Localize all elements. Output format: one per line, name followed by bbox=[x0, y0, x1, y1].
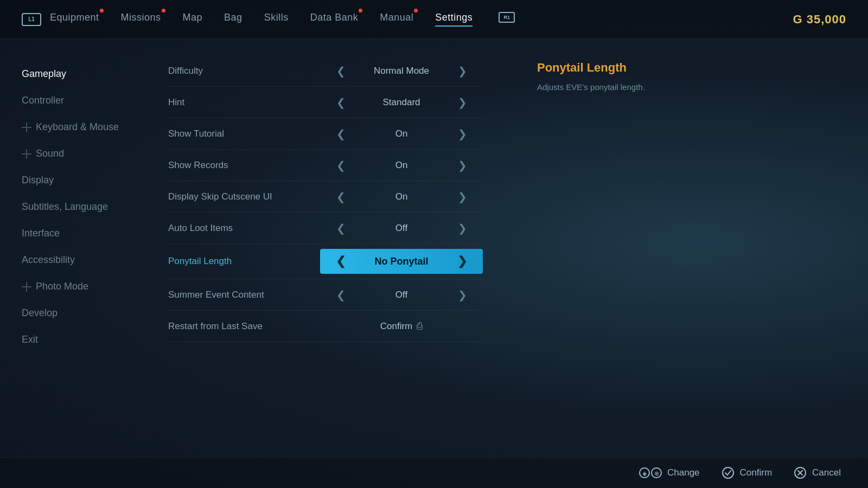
sidebar-item-gameplay[interactable]: Gameplay bbox=[0, 61, 146, 87]
sidebar: Gameplay Controller Keyboard & Mouse Sou… bbox=[0, 50, 146, 446]
setting-row-hint: Hint ❮ Standard ❯ bbox=[168, 87, 483, 118]
next-button-tutorial[interactable]: ❯ bbox=[456, 127, 469, 140]
next-button-ponytail[interactable]: ❯ bbox=[456, 254, 469, 268]
l1-button[interactable]: L1 bbox=[22, 13, 41, 26]
setting-row-tutorial: Show Tutorial ❮ On ❯ bbox=[168, 118, 483, 150]
sidebar-item-keyboard[interactable]: Keyboard & Mouse bbox=[0, 114, 146, 140]
setting-label-autoloot: Auto Loot Items bbox=[168, 223, 320, 234]
prev-button-difficulty[interactable]: ❮ bbox=[334, 65, 347, 78]
setting-label-hint: Hint bbox=[168, 97, 320, 108]
setting-value-records: On bbox=[358, 160, 445, 171]
setting-control-ponytail[interactable]: ❮ No Ponytail ❯ bbox=[320, 249, 483, 274]
r1-button[interactable]: R1 bbox=[499, 12, 515, 23]
sidebar-label-gameplay: Gameplay bbox=[22, 68, 66, 80]
setting-label-records: Show Records bbox=[168, 160, 320, 171]
sidebar-item-interface[interactable]: Interface bbox=[0, 220, 146, 247]
page-wrapper: L1 Equipment Missions Map Bag Skills Dat… bbox=[0, 0, 868, 488]
confirm-restart-label: Confirm bbox=[380, 321, 413, 332]
setting-row-restart: Restart from Last Save Confirm ⎙ bbox=[168, 311, 483, 342]
sidebar-label-exit: Exit bbox=[22, 334, 38, 345]
svg-line-6 bbox=[727, 471, 731, 475]
setting-value-summer: Off bbox=[358, 290, 445, 300]
nav-item-bag[interactable]: Bag bbox=[224, 12, 242, 27]
setting-row-cutscene: Display Skip Cutscene UI ❮ On ❯ bbox=[168, 181, 483, 213]
restart-icon: ⎙ bbox=[417, 320, 423, 332]
info-panel: Ponytail Length Adjusts EVE's ponytail l… bbox=[515, 50, 700, 446]
action-change[interactable]: ◈ ⊕ Change bbox=[639, 466, 700, 479]
prev-button-records[interactable]: ❮ bbox=[334, 159, 347, 172]
next-button-records[interactable]: ❯ bbox=[456, 159, 469, 172]
nav-item-settings[interactable]: Settings bbox=[435, 12, 473, 27]
setting-control-autoloot: ❮ Off ❯ bbox=[320, 222, 483, 235]
notification-dot bbox=[100, 9, 104, 12]
cross-icon bbox=[22, 282, 31, 292]
top-nav: L1 Equipment Missions Map Bag Skills Dat… bbox=[0, 0, 868, 39]
sidebar-item-exit[interactable]: Exit bbox=[0, 326, 146, 353]
currency-display: G 35,000 bbox=[793, 12, 846, 27]
next-button-summer[interactable]: ❯ bbox=[456, 288, 469, 301]
setting-control-summer: ❮ Off ❯ bbox=[320, 288, 483, 301]
notification-dot bbox=[359, 9, 362, 12]
info-description: Adjusts EVE's ponytail length. bbox=[537, 81, 678, 94]
sidebar-item-controller[interactable]: Controller bbox=[0, 87, 146, 114]
cross-icon bbox=[22, 123, 31, 132]
setting-label-difficulty: Difficulty bbox=[168, 66, 320, 76]
setting-label-tutorial: Show Tutorial bbox=[168, 129, 320, 139]
prev-button-autoloot[interactable]: ❮ bbox=[334, 222, 347, 235]
sidebar-item-develop[interactable]: Develop bbox=[0, 300, 146, 326]
sidebar-item-accessibility[interactable]: Accessibility bbox=[0, 247, 146, 273]
sidebar-item-sound[interactable]: Sound bbox=[0, 140, 146, 167]
action-confirm-label: Confirm bbox=[740, 467, 773, 478]
action-confirm[interactable]: Confirm bbox=[722, 466, 773, 479]
prev-button-summer[interactable]: ❮ bbox=[334, 288, 347, 301]
cancel-icon bbox=[794, 466, 807, 479]
svg-text:⊕: ⊕ bbox=[654, 470, 659, 477]
sidebar-label-interface: Interface bbox=[22, 228, 60, 239]
sidebar-label-keyboard: Keyboard & Mouse bbox=[36, 121, 119, 133]
nav-item-databank[interactable]: Data Bank bbox=[310, 12, 359, 27]
prev-button-cutscene[interactable]: ❮ bbox=[334, 190, 347, 203]
setting-row-difficulty: Difficulty ❮ Normal Mode ❯ bbox=[168, 55, 483, 87]
setting-control-restart: Confirm ⎙ bbox=[320, 320, 483, 332]
action-cancel[interactable]: Cancel bbox=[794, 466, 841, 479]
info-title: Ponytail Length bbox=[537, 61, 678, 75]
sidebar-item-subtitles[interactable]: Subtitles, Language bbox=[0, 194, 146, 220]
svg-point-4 bbox=[723, 467, 733, 478]
next-button-hint[interactable]: ❯ bbox=[456, 96, 469, 109]
cross-icon bbox=[22, 149, 31, 159]
setting-value-tutorial: On bbox=[358, 129, 445, 139]
sidebar-item-photo[interactable]: Photo Mode bbox=[0, 273, 146, 300]
bottom-bar: ◈ ⊕ Change Confirm Cancel bbox=[0, 457, 868, 488]
sidebar-item-display[interactable]: Display bbox=[0, 167, 146, 194]
next-button-cutscene[interactable]: ❯ bbox=[456, 190, 469, 203]
prev-button-ponytail[interactable]: ❮ bbox=[334, 254, 347, 268]
next-button-difficulty[interactable]: ❯ bbox=[456, 65, 469, 78]
action-cancel-label: Cancel bbox=[812, 467, 841, 478]
setting-value-cutscene: On bbox=[358, 191, 445, 202]
sidebar-label-photo: Photo Mode bbox=[36, 281, 88, 292]
change-icon: ◈ ⊕ bbox=[639, 466, 662, 479]
setting-row-autoloot: Auto Loot Items ❮ Off ❯ bbox=[168, 213, 483, 244]
setting-value-autoloot: Off bbox=[358, 223, 445, 234]
nav-item-map[interactable]: Map bbox=[183, 12, 203, 27]
next-button-autoloot[interactable]: ❯ bbox=[456, 222, 469, 235]
settings-panel: Difficulty ❮ Normal Mode ❯ Hint ❮ Standa… bbox=[146, 50, 515, 446]
prev-button-hint[interactable]: ❮ bbox=[334, 96, 347, 109]
notification-dot bbox=[162, 9, 165, 12]
nav-item-missions[interactable]: Missions bbox=[121, 12, 161, 27]
confirm-restart-button[interactable]: Confirm ⎙ bbox=[380, 320, 423, 332]
prev-button-tutorial[interactable]: ❮ bbox=[334, 127, 347, 140]
nav-item-manual[interactable]: Manual bbox=[380, 12, 413, 27]
setting-row-records: Show Records ❮ On ❯ bbox=[168, 150, 483, 181]
content-area: Gameplay Controller Keyboard & Mouse Sou… bbox=[0, 39, 868, 457]
nav-item-skills[interactable]: Skills bbox=[264, 12, 289, 27]
setting-label-ponytail: Ponytail Length bbox=[168, 256, 320, 267]
sidebar-label-subtitles: Subtitles, Language bbox=[22, 201, 108, 213]
svg-text:◈: ◈ bbox=[642, 470, 647, 477]
setting-row-summer: Summer Event Content ❮ Off ❯ bbox=[168, 279, 483, 311]
setting-label-restart: Restart from Last Save bbox=[168, 321, 320, 332]
nav-items: Equipment Missions Map Bag Skills Data B… bbox=[50, 12, 793, 27]
setting-row-ponytail: Ponytail Length ❮ No Ponytail ❯ bbox=[168, 244, 483, 279]
nav-item-equipment[interactable]: Equipment bbox=[50, 12, 99, 27]
setting-value-difficulty: Normal Mode bbox=[358, 66, 445, 76]
